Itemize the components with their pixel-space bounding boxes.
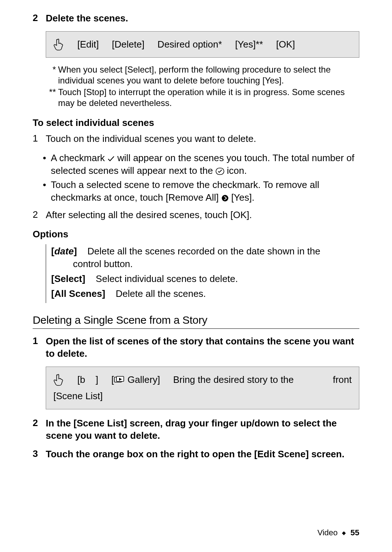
footer-section: Video: [317, 528, 338, 537]
bullet-text: Touch a selected scene to remove the che…: [51, 179, 359, 204]
options-list: [date] Delete all the scenes recorded on…: [46, 244, 359, 303]
sec2-step-2: 2 In the [Scene List] screen, drag your …: [33, 417, 359, 442]
step-text: After selecting all the desired scenes, …: [46, 209, 252, 221]
step-number: 2: [33, 209, 46, 221]
step-text: Open the list of scenes of the story tha…: [46, 335, 359, 360]
bullet-text: A checkmark will appear on the scenes yo…: [51, 152, 359, 177]
page-number: 55: [351, 528, 359, 537]
sec2-step-1: 1 Open the list of scenes of the story t…: [33, 335, 359, 360]
footnote-text: Touch [Stop] to interrupt the operation …: [58, 87, 359, 109]
step-number: 1: [33, 133, 46, 145]
bullet-marker: •: [43, 179, 51, 204]
footnote-mark: *: [46, 64, 58, 86]
footnote-text: When you select [Select], perform the fo…: [58, 64, 359, 86]
option-all-scenes: [All Scenes] Delete all the scenes.: [51, 287, 359, 300]
seq-b: [b ]: [77, 373, 98, 387]
option-select: [Select] Select individual scenes to del…: [51, 273, 359, 285]
seq-ok: [OK]: [276, 37, 295, 52]
selected-count-icon: [216, 168, 224, 175]
bullet-marker: •: [43, 152, 51, 177]
bullet-item: • A checkmark will appear on the scenes …: [43, 152, 359, 177]
select-step-1: 1 Touch on the individual scenes you wan…: [33, 133, 359, 145]
seq-edit: [Edit]: [77, 37, 99, 52]
step-number: 2: [33, 417, 46, 442]
touch-sequence-bar: [Edit] [Delete] Desired option* [Yes]** …: [46, 31, 359, 58]
step-number: 3: [33, 448, 46, 461]
seq-gallery: [ Gallery]: [111, 373, 160, 387]
seq-scenelist: [Scene List]: [53, 389, 103, 403]
step-number: 2: [33, 12, 46, 25]
gallery-icon: [114, 376, 125, 384]
step-text: Touch the orange box on the right to ope…: [46, 448, 344, 461]
section-title: Deleting a Single Scene from a Story: [33, 314, 359, 329]
subsection-heading: To select individual scenes: [33, 117, 359, 128]
svg-point-1: [222, 195, 228, 201]
touch-hand-icon: [53, 373, 64, 387]
seq-delete: [Delete]: [112, 37, 144, 52]
touch-hand-icon: [53, 37, 64, 51]
footnote-mark: **: [46, 87, 58, 109]
diamond-icon: ◆: [342, 530, 346, 536]
option-date: [date] Delete all the scenes recorded on…: [51, 245, 359, 270]
seq-option: Desired option*: [158, 37, 222, 52]
select-step-2: 2 After selecting all the desired scenes…: [33, 209, 359, 221]
bullet-item: • Touch a selected scene to remove the c…: [43, 179, 359, 204]
page-footer: Video ◆ 55: [317, 528, 359, 537]
step-title: Delete the scenes.: [46, 12, 128, 25]
seq-bring: Bring the desired story to the: [173, 373, 296, 387]
checkmark-icon: [107, 156, 115, 162]
seq-yes: [Yes]**: [235, 37, 263, 52]
footnotes: * When you select [Select], perform the …: [46, 64, 359, 109]
options-heading: Options: [33, 229, 359, 240]
step-text: In the [Scene List] screen, drag your fi…: [46, 417, 359, 442]
touch-sequence-bar-2: [b ] [ Gallery] Bring the desired story …: [46, 367, 359, 409]
sec2-step-3: 3 Touch the orange box on the right to o…: [33, 448, 359, 461]
chevron-right-icon: [221, 195, 229, 202]
seq-front: front: [333, 373, 352, 387]
step-text: Touch on the individual scenes you want …: [46, 133, 256, 145]
step-2-heading: 2 Delete the scenes.: [33, 12, 359, 25]
step-number: 1: [33, 335, 46, 360]
